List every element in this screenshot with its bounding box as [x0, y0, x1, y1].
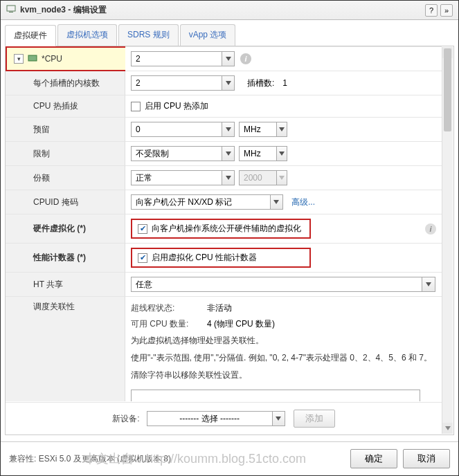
- avail-cpu-key: 可用 CPU 数量:: [131, 318, 207, 330]
- cores-value[interactable]: [132, 76, 222, 90]
- reservation-label: 预留: [6, 118, 125, 142]
- sockets-value: 1: [282, 78, 287, 88]
- cores-per-socket-label: 每个插槽的内核数: [6, 71, 125, 95]
- shares-num-value: [240, 171, 276, 185]
- new-device-label: 新设备:: [112, 413, 139, 425]
- limit-value[interactable]: [132, 147, 222, 161]
- cpu-icon: [28, 54, 37, 64]
- svg-rect-1: [9, 12, 13, 12]
- reservation-select[interactable]: [131, 122, 235, 137]
- info-icon[interactable]: i: [425, 223, 436, 235]
- tab-sdrs-rules[interactable]: SDRS 规则: [118, 24, 179, 46]
- limit-select[interactable]: [131, 146, 235, 161]
- popout-button[interactable]: »: [440, 4, 453, 17]
- chevron-down-icon[interactable]: [276, 147, 287, 161]
- hotplug-cb-label: 启用 CPU 热添加: [145, 100, 208, 112]
- ht-sharing-label: HT 共享: [6, 273, 125, 297]
- sched-desc1: 为此虚拟机选择物理处理器关联性。: [131, 334, 436, 347]
- cores-per-socket-select[interactable]: [131, 75, 235, 91]
- compatibility-text: 兼容性: ESXi 5.0 及更高版本 (虚拟机版本 8): [9, 453, 345, 465]
- help-button[interactable]: ?: [425, 4, 438, 17]
- hw-virtualization-label: 硬件虚拟化 (*): [6, 214, 125, 244]
- shares-value[interactable]: [132, 171, 222, 185]
- scheduling-affinity-input[interactable]: [131, 390, 420, 401]
- tab-vapp-options[interactable]: vApp 选项: [180, 24, 236, 46]
- svg-rect-2: [28, 55, 37, 61]
- cpu-count-select[interactable]: [131, 51, 235, 66]
- vm-icon: [6, 4, 16, 16]
- perf-counter-cb-label: 启用虚拟化 CPU 性能计数器: [152, 252, 257, 264]
- cpuid-mask-value[interactable]: [132, 195, 270, 209]
- chevron-down-icon[interactable]: [222, 122, 234, 136]
- window-title: kvm_node3 - 编辑设置: [20, 4, 422, 16]
- cancel-button[interactable]: 取消: [403, 449, 450, 468]
- hotplug-checkbox[interactable]: [131, 102, 141, 111]
- cpu-count-value[interactable]: [132, 52, 222, 66]
- shares-select[interactable]: [131, 170, 235, 185]
- perf-counter-checkbox[interactable]: ✔: [138, 253, 147, 263]
- ht-state-key: 超线程状态:: [131, 302, 207, 314]
- limit-unit[interactable]: [240, 147, 276, 161]
- cpu-section-header[interactable]: ▾ *CPU: [6, 46, 125, 71]
- svg-rect-0: [7, 6, 15, 11]
- chevron-down-icon[interactable]: [222, 52, 234, 66]
- cpu-header-label: *CPU: [42, 54, 62, 64]
- ok-button[interactable]: 确定: [350, 449, 397, 468]
- chevron-down-icon[interactable]: [276, 122, 287, 136]
- chevron-down-icon[interactable]: [272, 412, 285, 425]
- tab-virtual-hardware[interactable]: 虚拟硬件: [5, 25, 56, 46]
- chevron-down-icon[interactable]: [222, 171, 234, 185]
- limit-unit-select[interactable]: [239, 146, 287, 161]
- shares-label: 份额: [6, 166, 125, 190]
- reservation-unit[interactable]: [240, 122, 276, 136]
- reservation-value[interactable]: [132, 122, 222, 136]
- shares-num: [239, 170, 287, 185]
- new-device-select[interactable]: [147, 411, 285, 426]
- cpuid-mask-select[interactable]: [131, 194, 283, 210]
- chevron-down-icon[interactable]: [222, 76, 234, 90]
- chevron-down-icon: [276, 171, 287, 185]
- chevron-down-icon[interactable]: [270, 195, 282, 209]
- tab-vm-options[interactable]: 虚拟机选项: [57, 24, 117, 46]
- hw-virtualization-cb-label: 向客户机操作系统公开硬件辅助的虚拟化: [152, 223, 301, 235]
- scrollbar[interactable]: [442, 47, 453, 434]
- reservation-unit-select[interactable]: [239, 122, 287, 137]
- perf-counter-label: 性能计数器 (*): [6, 244, 125, 273]
- scheduling-affinity-label: 调度关联性: [6, 297, 125, 401]
- scroll-down-icon[interactable]: [442, 423, 453, 434]
- hotplug-label: CPU 热插拔: [6, 95, 125, 118]
- new-device-value[interactable]: [147, 412, 272, 425]
- add-device-button[interactable]: 添加: [294, 410, 335, 428]
- sched-desc3: 清除字符串以移除关联性设置。: [131, 369, 436, 382]
- scrollbar-thumb[interactable]: [444, 48, 451, 131]
- ht-sharing-select[interactable]: [131, 277, 435, 292]
- info-icon[interactable]: i: [240, 53, 251, 64]
- cpuid-advanced-link[interactable]: 高级...: [291, 196, 315, 208]
- ht-state-value: 非活动: [207, 302, 232, 314]
- chevron-down-icon[interactable]: [422, 277, 435, 291]
- sched-desc2: 使用"-"表示范围, 使用","分隔值. 例如, "0, 2, 4-7"表示处理…: [131, 351, 436, 365]
- ht-sharing-value[interactable]: [132, 277, 422, 291]
- avail-cpu-value: 4 (物理 CPU 数量): [207, 318, 275, 330]
- collapse-icon[interactable]: ▾: [14, 54, 24, 64]
- cpuid-mask-label: CPUID 掩码: [6, 190, 125, 214]
- hw-virtualization-checkbox[interactable]: ✔: [138, 224, 147, 234]
- limit-label: 限制: [6, 142, 125, 166]
- chevron-down-icon[interactable]: [222, 147, 234, 161]
- sockets-label: 插槽数:: [247, 77, 274, 89]
